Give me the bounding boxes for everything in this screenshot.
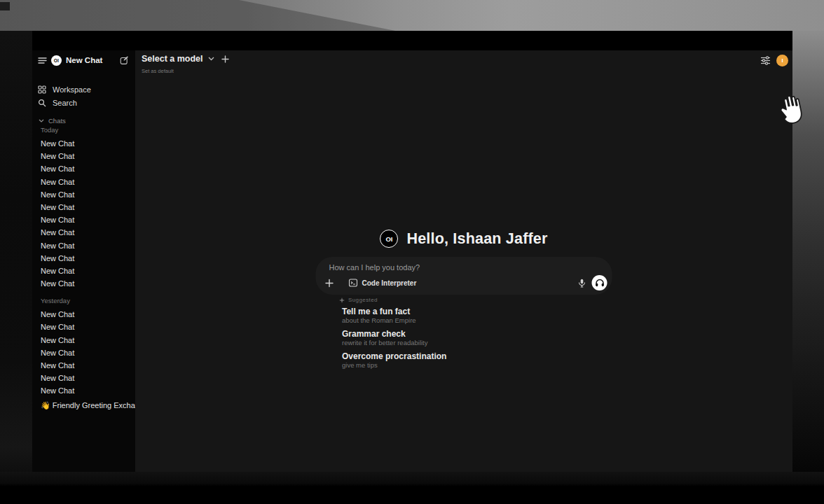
- attach-plus-icon[interactable]: [325, 279, 334, 288]
- chat-controls-icon[interactable]: [760, 56, 771, 65]
- suggested-label-text: Suggested: [348, 297, 378, 303]
- model-selector-row: Select a model: [142, 54, 229, 64]
- suggestion-title: Tell me a fun fact: [342, 307, 446, 316]
- sidebar-title: New Chat: [66, 56, 116, 64]
- sidebar-chat-item[interactable]: New Chat: [32, 150, 135, 162]
- composer-placeholder: How can I help you today?: [329, 263, 420, 272]
- sparkle-icon: [339, 298, 345, 303]
- sidebar: OI New Chat Workspace Search: [32, 50, 135, 472]
- microphone-icon[interactable]: [579, 279, 586, 288]
- sidebar-chat-item[interactable]: New Chat: [32, 201, 135, 214]
- chat-group-label: Today: [41, 126, 135, 134]
- chat-main: Select a model Set as default I OI Hello…: [135, 50, 792, 472]
- suggestion-item[interactable]: Overcome procrastinationgive me tips: [342, 351, 446, 370]
- code-interpreter-icon: [349, 279, 358, 287]
- sidebar-chat-item[interactable]: New Chat: [32, 226, 135, 239]
- suggestion-subtitle: rewrite it for better readability: [342, 339, 446, 347]
- app-logo: OI: [51, 55, 62, 66]
- headphones-icon: [595, 279, 604, 287]
- new-chat-icon[interactable]: [120, 56, 129, 65]
- code-interpreter-toggle[interactable]: Code Interpreter: [349, 279, 417, 287]
- message-composer[interactable]: How can I help you today? Code Interpret…: [316, 257, 612, 295]
- sidebar-chat-item[interactable]: New Chat: [32, 239, 135, 252]
- search-icon: [38, 99, 46, 107]
- greeting-text: Hello, Ishaan Jaffer: [406, 230, 547, 248]
- sidebar-chat-item[interactable]: New Chat: [32, 265, 135, 277]
- code-interpreter-label: Code Interpreter: [362, 279, 417, 287]
- sidebar-toggle-icon[interactable]: [38, 57, 47, 64]
- sidebar-chat-item[interactable]: New Chat: [32, 372, 135, 384]
- chevron-down-icon: [208, 57, 214, 61]
- sidebar-chat-item[interactable]: New Chat: [32, 137, 135, 150]
- chats-section-label: Chats: [48, 117, 66, 125]
- workspace-grid-icon: [38, 85, 46, 94]
- sidebar-item-search[interactable]: Search: [32, 96, 135, 109]
- sidebar-chat-item[interactable]: New Chat: [32, 252, 135, 265]
- sidebar-item-label: Search: [53, 99, 77, 107]
- sidebar-chat-item[interactable]: New Chat: [32, 321, 135, 333]
- sidebar-chat-item[interactable]: New Chat: [32, 188, 135, 201]
- sidebar-chat-item[interactable]: New Chat: [32, 277, 135, 290]
- sidebar-chat-item[interactable]: New Chat: [32, 176, 135, 188]
- model-selector[interactable]: Select a model: [142, 54, 214, 64]
- suggestion-subtitle: give me tips: [342, 361, 446, 370]
- sidebar-chat-item[interactable]: New Chat: [32, 308, 135, 321]
- sidebar-chat-item-named[interactable]: 👋 Friendly Greeting Exchange: [32, 399, 135, 412]
- set-as-default-link[interactable]: Set as default: [142, 68, 174, 74]
- chat-group-label: Yesterday: [41, 297, 135, 305]
- sidebar-item-workspace[interactable]: Workspace: [32, 83, 135, 96]
- composer-toolbar: Code Interpreter: [325, 275, 607, 290]
- chats-section-toggle[interactable]: Chats: [39, 116, 66, 125]
- suggestion-subtitle: about the Roman Empire: [342, 316, 446, 325]
- desktop-left-band: [0, 31, 32, 504]
- sidebar-header: OI New Chat: [32, 53, 135, 67]
- sidebar-chat-item[interactable]: New Chat: [32, 346, 135, 359]
- chevron-down-icon: [39, 119, 44, 122]
- sidebar-nav: Workspace Search: [32, 83, 135, 109]
- openwebui-window: OI New Chat Workspace Search: [32, 31, 792, 472]
- sidebar-chat-item[interactable]: New Chat: [32, 162, 135, 175]
- desktop-bottom-band: [0, 472, 824, 504]
- desktop-corner-square: [0, 2, 10, 10]
- chat-groups: TodayNew ChatNew ChatNew ChatNew ChatNew…: [32, 126, 135, 472]
- user-avatar[interactable]: I: [776, 55, 788, 66]
- app-logo-text: OI: [385, 235, 392, 243]
- sidebar-chat-item[interactable]: New Chat: [32, 334, 135, 346]
- desktop-right-band: [792, 31, 824, 504]
- greeting: OI Hello, Ishaan Jaffer: [135, 230, 792, 248]
- sidebar-chat-item[interactable]: New Chat: [32, 384, 135, 397]
- suggestion-item[interactable]: Grammar checkrewrite it for better reada…: [342, 329, 446, 347]
- suggestion-item[interactable]: Tell me a fun factabout the Roman Empire: [342, 307, 446, 325]
- topbar-controls: I: [760, 55, 788, 66]
- add-model-icon[interactable]: [221, 55, 229, 63]
- suggestion-title: Grammar check: [342, 329, 446, 339]
- voice-call-button[interactable]: [592, 275, 607, 290]
- sidebar-chat-item[interactable]: New Chat: [32, 359, 135, 372]
- suggestion-title: Overcome procrastination: [342, 351, 446, 361]
- app-logo-icon: OI: [380, 230, 398, 248]
- sidebar-item-label: Workspace: [53, 85, 91, 94]
- suggested-label: Suggested: [339, 297, 378, 303]
- suggestion-list: Tell me a fun factabout the Roman Empire…: [342, 307, 446, 370]
- sidebar-chat-item[interactable]: New Chat: [32, 214, 135, 226]
- model-selector-label: Select a model: [142, 54, 203, 64]
